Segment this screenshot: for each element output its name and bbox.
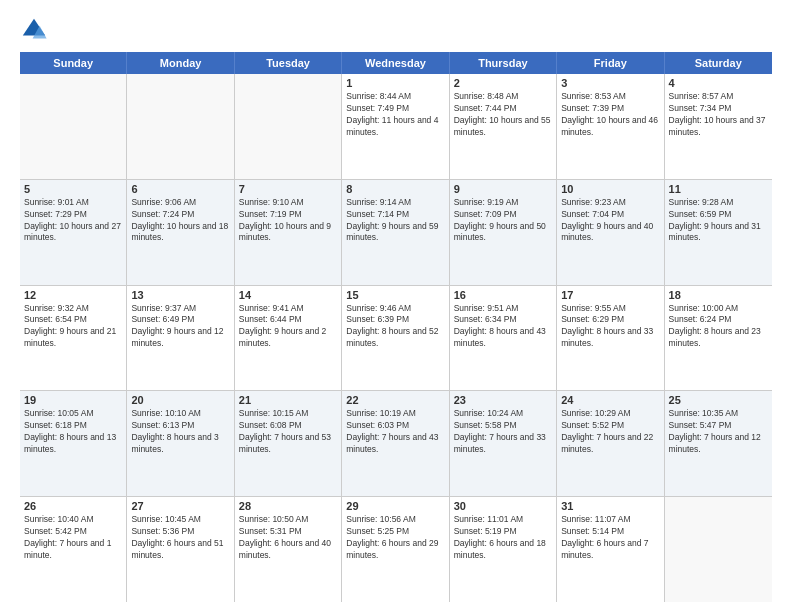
day-cell-20: 20Sunrise: 10:10 AM Sunset: 6:13 PM Dayl… [127, 391, 234, 496]
day-number: 28 [239, 500, 337, 512]
header-day-saturday: Saturday [665, 52, 772, 74]
day-number: 1 [346, 77, 444, 89]
day-cell-30: 30Sunrise: 11:01 AM Sunset: 5:19 PM Dayl… [450, 497, 557, 602]
day-number: 11 [669, 183, 768, 195]
calendar-body: 1Sunrise: 8:44 AM Sunset: 7:49 PM Daylig… [20, 74, 772, 602]
day-number: 2 [454, 77, 552, 89]
calendar: SundayMondayTuesdayWednesdayThursdayFrid… [20, 52, 772, 602]
day-cell-empty-0-2 [235, 74, 342, 179]
day-info: Sunrise: 9:37 AM Sunset: 6:49 PM Dayligh… [131, 303, 229, 351]
calendar-week-5: 26Sunrise: 10:40 AM Sunset: 5:42 PM Dayl… [20, 497, 772, 602]
day-cell-empty-0-1 [127, 74, 234, 179]
header [20, 16, 772, 44]
day-info: Sunrise: 9:32 AM Sunset: 6:54 PM Dayligh… [24, 303, 122, 351]
day-cell-empty-0-0 [20, 74, 127, 179]
day-number: 20 [131, 394, 229, 406]
day-number: 21 [239, 394, 337, 406]
day-info: Sunrise: 10:35 AM Sunset: 5:47 PM Daylig… [669, 408, 768, 456]
day-cell-9: 9Sunrise: 9:19 AM Sunset: 7:09 PM Daylig… [450, 180, 557, 285]
day-number: 9 [454, 183, 552, 195]
header-day-monday: Monday [127, 52, 234, 74]
day-cell-26: 26Sunrise: 10:40 AM Sunset: 5:42 PM Dayl… [20, 497, 127, 602]
day-info: Sunrise: 9:23 AM Sunset: 7:04 PM Dayligh… [561, 197, 659, 245]
day-cell-28: 28Sunrise: 10:50 AM Sunset: 5:31 PM Dayl… [235, 497, 342, 602]
day-cell-13: 13Sunrise: 9:37 AM Sunset: 6:49 PM Dayli… [127, 286, 234, 391]
day-info: Sunrise: 8:48 AM Sunset: 7:44 PM Dayligh… [454, 91, 552, 139]
day-number: 18 [669, 289, 768, 301]
day-cell-29: 29Sunrise: 10:56 AM Sunset: 5:25 PM Dayl… [342, 497, 449, 602]
day-cell-22: 22Sunrise: 10:19 AM Sunset: 6:03 PM Dayl… [342, 391, 449, 496]
day-number: 31 [561, 500, 659, 512]
day-number: 10 [561, 183, 659, 195]
logo-icon [20, 16, 48, 44]
day-info: Sunrise: 9:14 AM Sunset: 7:14 PM Dayligh… [346, 197, 444, 245]
day-number: 13 [131, 289, 229, 301]
day-info: Sunrise: 8:44 AM Sunset: 7:49 PM Dayligh… [346, 91, 444, 139]
calendar-week-3: 12Sunrise: 9:32 AM Sunset: 6:54 PM Dayli… [20, 286, 772, 392]
header-day-thursday: Thursday [450, 52, 557, 74]
day-info: Sunrise: 10:50 AM Sunset: 5:31 PM Daylig… [239, 514, 337, 562]
calendar-week-4: 19Sunrise: 10:05 AM Sunset: 6:18 PM Dayl… [20, 391, 772, 497]
day-info: Sunrise: 9:41 AM Sunset: 6:44 PM Dayligh… [239, 303, 337, 351]
day-cell-12: 12Sunrise: 9:32 AM Sunset: 6:54 PM Dayli… [20, 286, 127, 391]
day-number: 22 [346, 394, 444, 406]
day-cell-21: 21Sunrise: 10:15 AM Sunset: 6:08 PM Dayl… [235, 391, 342, 496]
day-info: Sunrise: 10:15 AM Sunset: 6:08 PM Daylig… [239, 408, 337, 456]
day-info: Sunrise: 9:19 AM Sunset: 7:09 PM Dayligh… [454, 197, 552, 245]
day-cell-24: 24Sunrise: 10:29 AM Sunset: 5:52 PM Dayl… [557, 391, 664, 496]
day-info: Sunrise: 8:53 AM Sunset: 7:39 PM Dayligh… [561, 91, 659, 139]
logo [20, 16, 52, 44]
day-cell-27: 27Sunrise: 10:45 AM Sunset: 5:36 PM Dayl… [127, 497, 234, 602]
day-info: Sunrise: 10:56 AM Sunset: 5:25 PM Daylig… [346, 514, 444, 562]
day-info: Sunrise: 10:40 AM Sunset: 5:42 PM Daylig… [24, 514, 122, 562]
header-day-friday: Friday [557, 52, 664, 74]
day-cell-31: 31Sunrise: 11:07 AM Sunset: 5:14 PM Dayl… [557, 497, 664, 602]
day-number: 12 [24, 289, 122, 301]
day-cell-19: 19Sunrise: 10:05 AM Sunset: 6:18 PM Dayl… [20, 391, 127, 496]
day-number: 25 [669, 394, 768, 406]
day-cell-6: 6Sunrise: 9:06 AM Sunset: 7:24 PM Daylig… [127, 180, 234, 285]
calendar-week-2: 5Sunrise: 9:01 AM Sunset: 7:29 PM Daylig… [20, 180, 772, 286]
day-info: Sunrise: 10:24 AM Sunset: 5:58 PM Daylig… [454, 408, 552, 456]
day-cell-8: 8Sunrise: 9:14 AM Sunset: 7:14 PM Daylig… [342, 180, 449, 285]
day-number: 19 [24, 394, 122, 406]
page: SundayMondayTuesdayWednesdayThursdayFrid… [0, 0, 792, 612]
day-number: 8 [346, 183, 444, 195]
day-number: 7 [239, 183, 337, 195]
day-info: Sunrise: 10:29 AM Sunset: 5:52 PM Daylig… [561, 408, 659, 456]
day-number: 17 [561, 289, 659, 301]
day-cell-25: 25Sunrise: 10:35 AM Sunset: 5:47 PM Dayl… [665, 391, 772, 496]
day-cell-5: 5Sunrise: 9:01 AM Sunset: 7:29 PM Daylig… [20, 180, 127, 285]
day-cell-16: 16Sunrise: 9:51 AM Sunset: 6:34 PM Dayli… [450, 286, 557, 391]
day-info: Sunrise: 11:07 AM Sunset: 5:14 PM Daylig… [561, 514, 659, 562]
day-cell-4: 4Sunrise: 8:57 AM Sunset: 7:34 PM Daylig… [665, 74, 772, 179]
header-day-tuesday: Tuesday [235, 52, 342, 74]
day-info: Sunrise: 9:51 AM Sunset: 6:34 PM Dayligh… [454, 303, 552, 351]
day-number: 5 [24, 183, 122, 195]
day-number: 6 [131, 183, 229, 195]
calendar-header: SundayMondayTuesdayWednesdayThursdayFrid… [20, 52, 772, 74]
day-cell-14: 14Sunrise: 9:41 AM Sunset: 6:44 PM Dayli… [235, 286, 342, 391]
day-cell-7: 7Sunrise: 9:10 AM Sunset: 7:19 PM Daylig… [235, 180, 342, 285]
day-info: Sunrise: 9:28 AM Sunset: 6:59 PM Dayligh… [669, 197, 768, 245]
day-cell-23: 23Sunrise: 10:24 AM Sunset: 5:58 PM Dayl… [450, 391, 557, 496]
day-info: Sunrise: 9:46 AM Sunset: 6:39 PM Dayligh… [346, 303, 444, 351]
day-cell-18: 18Sunrise: 10:00 AM Sunset: 6:24 PM Dayl… [665, 286, 772, 391]
day-cell-3: 3Sunrise: 8:53 AM Sunset: 7:39 PM Daylig… [557, 74, 664, 179]
day-info: Sunrise: 10:45 AM Sunset: 5:36 PM Daylig… [131, 514, 229, 562]
header-day-wednesday: Wednesday [342, 52, 449, 74]
day-number: 16 [454, 289, 552, 301]
day-info: Sunrise: 10:10 AM Sunset: 6:13 PM Daylig… [131, 408, 229, 456]
day-info: Sunrise: 9:55 AM Sunset: 6:29 PM Dayligh… [561, 303, 659, 351]
day-info: Sunrise: 9:06 AM Sunset: 7:24 PM Dayligh… [131, 197, 229, 245]
day-number: 23 [454, 394, 552, 406]
day-info: Sunrise: 9:10 AM Sunset: 7:19 PM Dayligh… [239, 197, 337, 245]
day-number: 27 [131, 500, 229, 512]
day-number: 15 [346, 289, 444, 301]
day-info: Sunrise: 10:05 AM Sunset: 6:18 PM Daylig… [24, 408, 122, 456]
header-day-sunday: Sunday [20, 52, 127, 74]
day-number: 26 [24, 500, 122, 512]
day-number: 4 [669, 77, 768, 89]
day-number: 14 [239, 289, 337, 301]
day-cell-10: 10Sunrise: 9:23 AM Sunset: 7:04 PM Dayli… [557, 180, 664, 285]
